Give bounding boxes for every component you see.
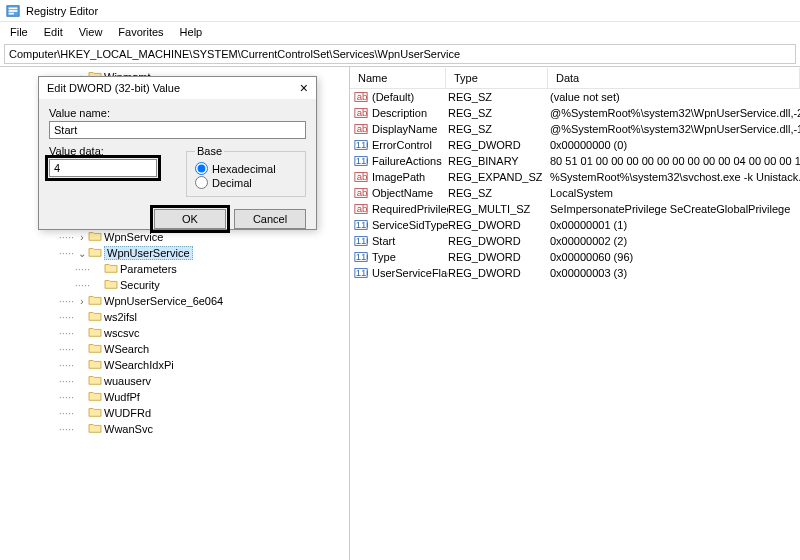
value-row[interactable]: 110ErrorControlREG_DWORD0x00000000 (0) [350,137,800,153]
value-row[interactable]: abDescriptionREG_SZ@%SystemRoot%\system3… [350,105,800,121]
close-icon[interactable]: × [300,80,308,96]
list-header: Name Type Data [350,67,800,89]
reg-string-icon: ab [354,186,368,200]
window-title: Registry Editor [26,5,98,17]
address-bar[interactable]: Computer\HKEY_LOCAL_MACHINE\SYSTEM\Curre… [4,44,796,64]
svg-text:ab: ab [357,91,368,102]
value-row[interactable]: 110TypeREG_DWORD0x00000060 (96) [350,249,800,265]
value-name: ServiceSidType [372,219,448,231]
value-name-input[interactable] [49,121,306,139]
tree-label: WSearchIdxPi [104,359,174,371]
base-fieldset: Base Hexadecimal Decimal [186,145,306,197]
value-name: DisplayName [372,123,448,135]
tree-item[interactable]: ·····WUDFRd [0,405,349,421]
expander-icon[interactable]: ⌄ [76,248,88,259]
address-text: Computer\HKEY_LOCAL_MACHINE\SYSTEM\Curre… [9,48,460,60]
value-row[interactable]: abImagePathREG_EXPAND_SZ%SystemRoot%\sys… [350,169,800,185]
tree-item[interactable]: ·····wscsvc [0,325,349,341]
col-data[interactable]: Data [548,68,800,88]
tree-item[interactable]: ·····WSearchIdxPi [0,357,349,373]
tree-item[interactable]: ·····Parameters [0,261,349,277]
value-row[interactable]: 110UserServiceFlagsREG_DWORD0x00000003 (… [350,265,800,281]
value-data: LocalSystem [550,187,800,199]
value-row[interactable]: abObjectNameREG_SZLocalSystem [350,185,800,201]
expander-icon[interactable]: › [76,296,88,307]
value-data: SeImpersonatePrivilege SeCreateGlobalPri… [550,203,800,215]
value-data: @%SystemRoot%\system32\WpnUserService.dl… [550,107,800,119]
dec-radio[interactable] [195,176,208,189]
value-data: 0x00000002 (2) [550,235,800,247]
dialog-title: Edit DWORD (32-bit) Value [47,82,180,94]
folder-icon [88,246,102,260]
value-data: 0x00000001 (1) [550,219,800,231]
tree-item[interactable]: ·····WudfPf [0,389,349,405]
tree-label: WpnUserService_6e064 [104,295,223,307]
dialog-titlebar: Edit DWORD (32-bit) Value × [39,77,316,99]
svg-text:110: 110 [356,251,368,262]
folder-icon [104,278,118,292]
svg-text:ab: ab [357,203,368,214]
svg-rect-3 [9,12,14,14]
value-name: RequiredPrivileg [372,203,448,215]
value-type: REG_SZ [448,107,550,119]
value-row[interactable]: ab(Default)REG_SZ(value not set) [350,89,800,105]
svg-text:110: 110 [356,267,368,278]
value-row[interactable]: 110StartREG_DWORD0x00000002 (2) [350,233,800,249]
folder-icon [88,390,102,404]
values-panel[interactable]: Name Type Data ab(Default)REG_SZ(value n… [350,67,800,560]
menu-view[interactable]: View [73,24,109,40]
reg-binary-icon: 110 [354,218,368,232]
svg-text:ab: ab [357,187,368,198]
menu-edit[interactable]: Edit [38,24,69,40]
svg-rect-2 [9,10,18,12]
tree-item[interactable]: ·····ws2ifsl [0,309,349,325]
svg-text:110: 110 [356,155,368,166]
reg-string-icon: ab [354,122,368,136]
window-titlebar: Registry Editor [0,0,800,22]
col-type[interactable]: Type [446,68,548,88]
tree-label: WwanSvc [104,423,153,435]
tree-item[interactable]: ·····wuauserv [0,373,349,389]
value-data-input[interactable] [49,159,157,177]
value-name: ImagePath [372,171,448,183]
tree-label: ws2ifsl [104,311,137,323]
value-name: (Default) [372,91,448,103]
hex-radio[interactable] [195,162,208,175]
hex-label: Hexadecimal [212,163,276,175]
tree-item[interactable]: ·····Security [0,277,349,293]
value-data: %SystemRoot%\system32\svchost.exe -k Uni… [550,171,800,183]
tree-item[interactable]: ·····⌄WpnUserService [0,245,349,261]
folder-icon [88,406,102,420]
value-type: REG_SZ [448,91,550,103]
tree-label: wuauserv [104,375,151,387]
svg-text:110: 110 [356,235,368,246]
value-name: ObjectName [372,187,448,199]
edit-dword-dialog: Edit DWORD (32-bit) Value × Value name: … [38,76,317,230]
cancel-button[interactable]: Cancel [234,209,306,229]
tree-label: Security [120,279,160,291]
value-row[interactable]: abRequiredPrivilegREG_MULTI_SZSeImperson… [350,201,800,217]
tree-item[interactable]: ·····WSearch [0,341,349,357]
tree-item[interactable]: ·····›WpnUserService_6e064 [0,293,349,309]
menu-favorites[interactable]: Favorites [112,24,169,40]
tree-item[interactable]: ·····WwanSvc [0,421,349,437]
tree-label: WpnUserService [104,246,193,260]
ok-button[interactable]: OK [154,209,226,229]
value-type: REG_SZ [448,123,550,135]
reg-binary-icon: 110 [354,154,368,168]
value-name: Description [372,107,448,119]
menu-help[interactable]: Help [174,24,209,40]
value-name: UserServiceFlags [372,267,448,279]
tree-label: WudfPf [104,391,140,403]
value-row[interactable]: 110FailureActionsREG_BINARY80 51 01 00 0… [350,153,800,169]
value-type: REG_MULTI_SZ [448,203,550,215]
app-icon [6,4,20,18]
menu-file[interactable]: File [4,24,34,40]
folder-icon [88,326,102,340]
value-name: FailureActions [372,155,448,167]
col-name[interactable]: Name [350,68,446,88]
value-type: REG_SZ [448,187,550,199]
value-row[interactable]: abDisplayNameREG_SZ@%SystemRoot%\system3… [350,121,800,137]
value-row[interactable]: 110ServiceSidTypeREG_DWORD0x00000001 (1) [350,217,800,233]
reg-string-icon: ab [354,170,368,184]
